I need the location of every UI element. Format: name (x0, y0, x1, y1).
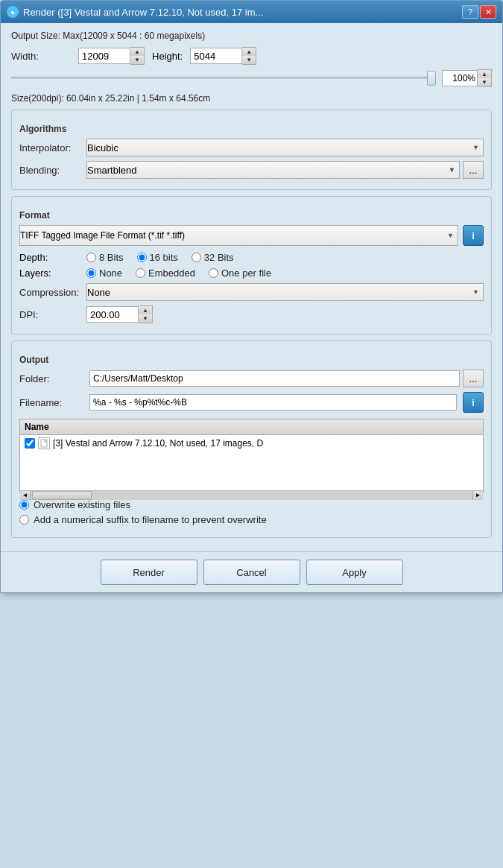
cancel-button[interactable]: Cancel (203, 560, 300, 585)
depth-8-radio[interactable] (86, 253, 96, 262)
layers-one-per-radio[interactable] (209, 268, 218, 278)
depth-radio-group: 8 Bits 16 bits 32 Bits (86, 252, 234, 263)
overwrite-radio[interactable] (19, 500, 29, 510)
folder-input[interactable] (89, 370, 460, 387)
title-buttons: ? ✕ (462, 5, 496, 19)
folder-browse-btn[interactable]: ... (463, 370, 484, 387)
dpi-spinner[interactable]: ▲ ▼ (86, 305, 153, 323)
filename-row: Filename: i (19, 392, 484, 413)
file-checkbox[interactable] (25, 438, 35, 449)
scroll-track[interactable] (31, 491, 472, 500)
zoom-slider-row: ▲ ▼ (11, 69, 492, 87)
layers-one-per-label: One per file (221, 267, 271, 279)
zoom-spinner[interactable]: ▲ ▼ (442, 69, 492, 87)
layers-embedded-label: Embedded (148, 267, 195, 279)
list-item: [3] Vestal and Arrow 7.12.10, Not used, … (20, 435, 483, 452)
filename-label: Filename: (19, 397, 86, 408)
scroll-left-btn[interactable]: ◄ (20, 491, 31, 500)
width-input[interactable] (78, 48, 130, 64)
layers-one-per-option[interactable]: One per file (209, 267, 271, 279)
zoom-slider[interactable] (11, 71, 436, 86)
dpi-up-btn[interactable]: ▲ (139, 306, 152, 314)
depth-8-label: 8 Bits (99, 252, 124, 263)
title-bar-left: ● Render ([3] Vestal and Arrow 7.12.10, … (7, 6, 263, 18)
dpi-label: DPI: (19, 309, 86, 320)
help-button[interactable]: ? (462, 5, 478, 19)
layers-none-option[interactable]: None (86, 267, 122, 279)
file-list-scrollbar[interactable]: ◄ ► (20, 490, 483, 499)
format-info-btn[interactable]: i (463, 225, 484, 246)
layers-embedded-radio[interactable] (136, 268, 145, 278)
slider-track (11, 77, 436, 80)
height-spinner[interactable]: ▲ ▼ (190, 47, 256, 65)
slider-handle[interactable] (427, 71, 436, 86)
main-content: Output Size: Max(12009 x 5044 : 60 megap… (1, 23, 502, 551)
suffix-option[interactable]: Add a numerical suffix to filename to pr… (19, 514, 484, 525)
width-up-btn[interactable]: ▲ (130, 48, 144, 56)
depth-16-label: 16 bits (150, 252, 178, 263)
svg-rect-0 (41, 440, 47, 447)
dimensions-row: Width: ▲ ▼ Height: ▲ ▼ (11, 47, 492, 65)
folder-row: Folder: ... (19, 370, 484, 387)
dpi-input[interactable] (86, 306, 139, 323)
filename-input[interactable] (89, 394, 457, 411)
layers-label: Layers: (19, 267, 86, 279)
suffix-label: Add a numerical suffix to filename to pr… (34, 514, 267, 525)
apply-button[interactable]: Apply (306, 560, 403, 585)
dpi-row: DPI: ▲ ▼ (19, 305, 484, 323)
height-label: Height: (152, 51, 183, 62)
interpolator-select[interactable]: Bicubic Bilinear Nearest Neighbor (86, 139, 484, 156)
format-select[interactable]: TIFF Tagged Image File Format (*.tif *.t… (19, 225, 458, 246)
height-down-btn[interactable]: ▼ (242, 56, 256, 64)
depth-32-radio[interactable] (192, 253, 201, 262)
output-size-label: Output Size: Max(12009 x 5044 : 60 megap… (11, 31, 492, 41)
layers-embedded-option[interactable]: Embedded (136, 267, 195, 279)
format-select-wrapper[interactable]: TIFF Tagged Image File Format (*.tif *.t… (19, 225, 458, 246)
overwrite-option[interactable]: Overwrite existing files (19, 499, 484, 510)
height-up-btn[interactable]: ▲ (242, 48, 256, 56)
dpi-down-btn[interactable]: ▼ (139, 314, 152, 323)
depth-32-option[interactable]: 32 Bits (192, 252, 234, 263)
compression-select-wrapper[interactable]: None LZW ZIP PackBits (86, 283, 484, 301)
format-section: Format TIFF Tagged Image File Format (*.… (11, 196, 492, 335)
zoom-up-btn[interactable]: ▲ (478, 70, 491, 78)
overwrite-label: Overwrite existing files (34, 499, 130, 510)
compression-row: Compression: None LZW ZIP PackBits (19, 283, 484, 301)
blending-select-wrapper[interactable]: Smartblend None Average ▼ (86, 161, 460, 179)
depth-row: Depth: 8 Bits 16 bits 32 Bits (19, 252, 484, 263)
blending-label: Blending: (19, 165, 86, 176)
zoom-spinner-btns: ▲ ▼ (478, 69, 492, 87)
filename-info-btn[interactable]: i (463, 392, 484, 413)
output-label: Output (19, 355, 484, 365)
depth-16-option[interactable]: 16 bits (137, 252, 178, 263)
zoom-input[interactable] (442, 70, 478, 86)
title-bar: ● Render ([3] Vestal and Arrow 7.12.10, … (1, 1, 502, 23)
width-spinner[interactable]: ▲ ▼ (78, 47, 145, 65)
suffix-radio[interactable] (19, 515, 29, 525)
scroll-thumb[interactable] (32, 491, 92, 500)
blending-row: Blending: Smartblend None Average ▼ ... (19, 161, 484, 179)
compression-select[interactable]: None LZW ZIP PackBits (86, 283, 484, 301)
interpolator-row: Interpolator: Bicubic Bilinear Nearest N… (19, 139, 484, 156)
compression-label: Compression: (19, 287, 86, 298)
depth-label: Depth: (19, 252, 86, 263)
size-info-text: Size(200dpi): 60.04in x 25.22in | 1.54m … (11, 93, 492, 104)
layers-none-radio[interactable] (86, 268, 96, 278)
format-label: Format (19, 210, 484, 221)
blending-options-btn[interactable]: ... (463, 161, 484, 179)
algorithms-section: Algorithms Interpolator: Bicubic Bilinea… (11, 110, 492, 190)
width-spinner-btns: ▲ ▼ (130, 47, 145, 65)
scroll-right-btn[interactable]: ► (472, 491, 483, 500)
file-item-name: [3] Vestal and Arrow 7.12.10, Not used, … (53, 438, 263, 449)
interpolator-select-wrapper[interactable]: Bicubic Bilinear Nearest Neighbor (86, 139, 484, 156)
layers-row: Layers: None Embedded One per file (19, 267, 484, 279)
close-button[interactable]: ✕ (480, 5, 496, 19)
height-input[interactable] (190, 48, 242, 64)
zoom-down-btn[interactable]: ▼ (478, 78, 491, 86)
depth-16-radio[interactable] (137, 253, 147, 262)
render-button[interactable]: Render (101, 560, 197, 585)
width-down-btn[interactable]: ▼ (130, 56, 144, 64)
depth-8-option[interactable]: 8 Bits (86, 252, 124, 263)
algorithms-label: Algorithms (19, 124, 484, 134)
blending-select[interactable]: Smartblend None Average (86, 161, 460, 179)
